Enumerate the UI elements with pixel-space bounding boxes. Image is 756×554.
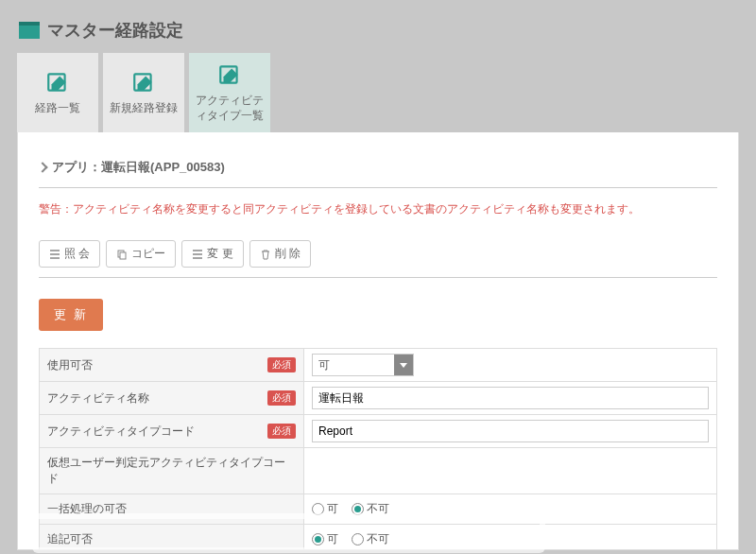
divider	[39, 187, 717, 188]
row-batch: 一括処理の可否 可 不可	[40, 494, 717, 525]
form-table: 使用可否 必須 可 アクティビティ名称 必須 アクティビティタイプコード 必須	[39, 348, 717, 550]
row-additional-note: 追記可否 可 不可	[40, 525, 717, 551]
tab-activity-type-list[interactable]: アクティビティタイプ一覧	[189, 53, 270, 132]
chevron-down-icon	[394, 355, 413, 375]
breadcrumb[interactable]: アプリ：運転日報(APP_00583)	[39, 159, 717, 183]
toolbar: 照 会 コピー 変 更 削 除	[39, 240, 717, 268]
trash-icon	[260, 249, 271, 260]
settings-icon	[19, 22, 40, 39]
breadcrumb-text: アプリ：運転日報(APP_00583)	[52, 159, 225, 176]
row-activity-type-code: アクティビティタイプコード 必須	[40, 415, 717, 448]
warning-message: 警告：アクティビティ名称を変更すると同アクティビティを登録している文書のアクティ…	[39, 201, 717, 217]
update-button[interactable]: 更 新	[39, 299, 103, 331]
activity-type-code-input[interactable]	[312, 420, 709, 442]
activity-name-input[interactable]	[312, 387, 709, 409]
use-select[interactable]: 可	[312, 354, 414, 376]
batch-yes-radio[interactable]: 可	[312, 501, 338, 517]
list-icon	[192, 249, 203, 260]
radio-icon	[352, 533, 364, 545]
field-label: アクティビティタイプコード	[47, 424, 195, 438]
delete-button[interactable]: 削 除	[249, 240, 311, 268]
tab-label: アクティビティタイプ一覧	[193, 93, 266, 123]
tab-label: 経路一覧	[35, 100, 80, 115]
content-panel: アプリ：運転日報(APP_00583) 警告：アクティビティ名称を変更すると同ア…	[17, 132, 739, 550]
divider	[39, 277, 717, 278]
tab-label: 新規経路登録	[110, 100, 178, 115]
list-icon	[49, 249, 60, 260]
svg-rect-4	[120, 252, 126, 259]
row-virtual-user: 仮想ユーザー判定元アクティビティタイプコード	[40, 448, 717, 494]
field-label: 一括処理の可否	[47, 502, 127, 515]
page-title: マスター経路設定	[47, 19, 183, 42]
field-label: 使用可否	[47, 358, 93, 372]
row-activity-name: アクティビティ名称 必須	[40, 382, 717, 415]
field-label: 追記可否	[47, 532, 93, 545]
addnote-no-radio[interactable]: 不可	[352, 531, 389, 547]
addnote-yes-radio[interactable]: 可	[312, 531, 338, 547]
copy-button[interactable]: コピー	[106, 240, 176, 268]
radio-icon	[312, 533, 324, 545]
copy-icon	[116, 249, 128, 260]
change-button[interactable]: 変 更	[181, 240, 243, 268]
field-label: 仮想ユーザー判定元アクティビティタイプコード	[47, 456, 285, 485]
batch-no-radio[interactable]: 不可	[352, 501, 389, 517]
edit-icon	[43, 70, 72, 95]
edit-icon	[129, 70, 158, 95]
tab-bar: 経路一覧 新規経路登録 アクティビティタイプ一覧	[0, 53, 756, 132]
edit-icon	[215, 62, 244, 87]
radio-icon	[352, 503, 364, 515]
required-badge: 必須	[267, 390, 296, 406]
inquiry-button[interactable]: 照 会	[39, 240, 100, 268]
radio-icon	[312, 503, 324, 515]
tab-new-route[interactable]: 新規経路登録	[103, 53, 184, 132]
tab-route-list[interactable]: 経路一覧	[17, 53, 98, 132]
row-use: 使用可否 必須 可	[40, 349, 717, 382]
field-label: アクティビティ名称	[47, 391, 149, 405]
required-badge: 必須	[267, 357, 296, 372]
chevron-right-icon	[37, 162, 47, 172]
page-header: マスター経路設定	[0, 0, 756, 53]
required-badge: 必須	[267, 424, 296, 439]
